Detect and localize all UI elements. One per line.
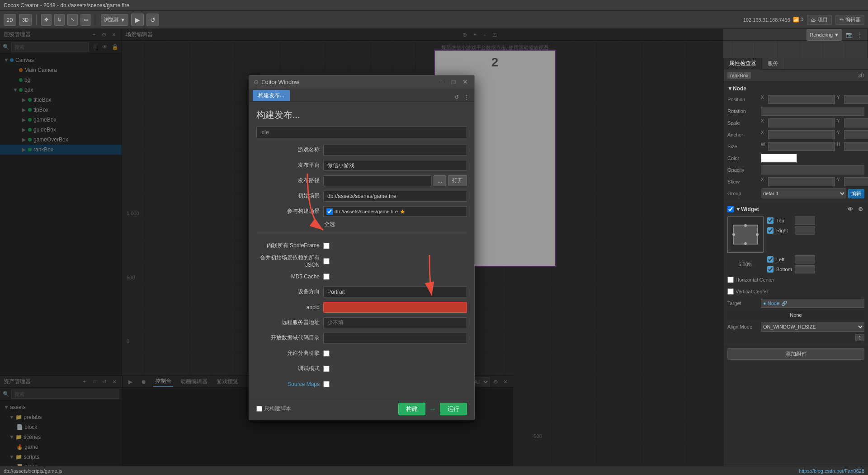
scene-camera-btn[interactable]: 📷 <box>845 31 853 39</box>
opacity-input[interactable]: 255 <box>761 165 864 174</box>
status-right[interactable]: https://blog.csdn.net/Fan0628 <box>799 468 864 474</box>
form-buildpath-input[interactable]: /build <box>323 175 432 186</box>
form-md5-row: MD5 Cache <box>256 270 467 283</box>
add-component-btn[interactable]: 添加组件 <box>727 348 864 360</box>
modal-tab-build[interactable]: 构建发布... <box>253 90 290 101</box>
position-label: Position <box>727 97 759 102</box>
editor-btn[interactable]: ✏ 编辑器 <box>835 15 864 25</box>
horiz-center-checkbox[interactable] <box>727 277 734 283</box>
modal-minimize-btn[interactable]: − <box>437 77 446 86</box>
pos-y-input[interactable]: 0 <box>844 95 868 104</box>
form-startscene-select[interactable]: db://assets/scenes/game.fire <box>323 191 467 202</box>
widget-handle-top[interactable] <box>744 224 747 227</box>
toolbar-move-btn[interactable]: ✥ <box>41 14 52 26</box>
scene-star-btn[interactable]: ★ <box>400 208 406 215</box>
status-bar: db://assets/scripts/game.js https://blog… <box>0 466 868 475</box>
anch-x-label: X <box>761 130 766 139</box>
widget-section-header[interactable]: ▼ Widget 👁 ⚙ <box>727 204 864 215</box>
form-orientation-row: 设备方向 Portrait <box>256 286 467 298</box>
form-sourcemaps-label[interactable]: Source Maps <box>256 381 320 387</box>
form-sourcemaps-checkbox[interactable] <box>323 381 330 387</box>
form-gamename-input[interactable]: 2048 <box>323 145 467 155</box>
widget-left-checkbox[interactable] <box>767 256 774 263</box>
tab-properties[interactable]: 属性检查器 <box>724 58 762 70</box>
widget-right-input[interactable]: 5.00% <box>795 226 815 235</box>
toolbar-rect-btn[interactable]: ▭ <box>80 14 91 26</box>
rankbox-id: 3D <box>858 73 864 78</box>
skew-y-input[interactable]: 0 <box>844 177 868 186</box>
size-w-input[interactable]: 598.16 <box>768 142 835 151</box>
widget-right-row: Right 5.00% <box>767 226 864 235</box>
modal-close-btn[interactable]: ✕ <box>461 77 470 86</box>
toolbar-refresh-btn[interactable]: ↺ <box>146 14 159 26</box>
toolbar-browser-btn[interactable]: 浏览器 ▼ <box>101 14 128 26</box>
form-remote-input[interactable] <box>323 317 467 328</box>
skew-x-input[interactable]: 0 <box>768 177 835 186</box>
toolbar-rotate-btn[interactable]: ↻ <box>54 14 65 26</box>
form-md5-checkbox[interactable] <box>323 273 330 280</box>
form-open-btn[interactable]: 打开 <box>448 175 467 186</box>
form-browse-btn[interactable]: ... <box>434 175 446 186</box>
toolbar-btn-2d[interactable]: 3D <box>19 14 32 26</box>
widget-left-input[interactable]: 5.00% <box>795 255 815 263</box>
tab-service[interactable]: 服务 <box>762 58 784 70</box>
color-swatch[interactable] <box>761 154 797 163</box>
widget-bottom-input[interactable]: 5.00% <box>795 265 815 273</box>
form-startscene-row: 初始场景 db://assets/scenes/game.fire <box>256 190 467 202</box>
widget-top-input[interactable]: 5.00% <box>795 216 815 225</box>
skew-x-label: X <box>761 177 766 186</box>
scale-y-input[interactable]: 1 <box>844 118 868 127</box>
rotation-row: Rotation 0 <box>727 106 864 117</box>
scene-game-checkbox[interactable] <box>326 208 333 215</box>
toolbar-play-btn[interactable]: ▶ <box>131 14 144 26</box>
modal-maximize-btn[interactable]: □ <box>449 77 458 86</box>
form-appid-input[interactable] <box>323 302 467 313</box>
form-debug-checkbox[interactable] <box>323 366 330 372</box>
align-mode-select[interactable]: ON_WINDOW_RESIZE <box>761 322 864 332</box>
form-mergejson-checkbox[interactable] <box>323 258 330 264</box>
widget-grid <box>727 216 764 253</box>
form-spriteframe-checkbox[interactable] <box>323 243 330 249</box>
group-select[interactable]: default <box>761 188 846 198</box>
widget-handle-bottom[interactable] <box>744 242 747 245</box>
form-platform-row: 发布平台 微信小游戏 <box>256 159 467 172</box>
pos-x-input[interactable]: 0 <box>768 95 835 104</box>
form-orientation-select[interactable]: Portrait <box>323 287 467 297</box>
toolbar-btn-3d[interactable]: 2D <box>4 14 16 26</box>
anchor-y-input[interactable]: 0.5 <box>844 130 868 139</box>
form-separate-checkbox[interactable] <box>323 350 330 357</box>
vert-center-checkbox[interactable] <box>727 288 734 295</box>
widget-handle-right[interactable] <box>756 233 759 236</box>
modal-tab-refresh[interactable]: ↺ <box>453 93 461 101</box>
widget-eye-btn[interactable]: 👁 <box>846 205 854 213</box>
project-btn[interactable]: 🗁 项目 <box>807 15 832 25</box>
rotation-input[interactable]: 0 <box>761 107 864 116</box>
widget-left-bottom-row: 5.00% Left 5.00% Bottom 5.00% <box>727 254 864 274</box>
run-btn[interactable]: 运行 <box>440 403 467 415</box>
toolbar-scale-btn[interactable]: ⤡ <box>67 14 78 26</box>
form-spriteframe-row: 内联所有 SpriteFrame <box>256 240 467 252</box>
group-edit-btn[interactable]: 编辑 <box>848 189 864 198</box>
size-h-label: H <box>837 142 842 151</box>
build-btn[interactable]: 构建 <box>398 403 425 415</box>
form-platform-select[interactable]: 微信小游戏 <box>323 160 467 171</box>
select-all-row[interactable]: 全选 <box>324 221 467 228</box>
node-section-header[interactable]: ▼ Node <box>727 83 864 94</box>
scale-x-input[interactable]: 1 <box>768 118 835 127</box>
widget-top-checkbox[interactable] <box>767 217 774 224</box>
widget-gear-btn[interactable]: ⚙ <box>856 205 864 213</box>
widget-enable-checkbox[interactable] <box>727 206 734 212</box>
form-gamename-row: 游戏名称 2048 <box>256 144 467 156</box>
only-script-checkbox[interactable] <box>256 406 262 412</box>
anchor-x-input[interactable]: 0.5 <box>768 130 835 139</box>
widget-handle-left[interactable] <box>732 233 735 236</box>
widget-right-checkbox[interactable] <box>767 227 774 234</box>
rendering-btn[interactable]: Rendering ▼ <box>807 29 842 41</box>
scene-more-btn[interactable]: ⋮ <box>856 31 864 39</box>
widget-bottom-checkbox[interactable] <box>767 266 774 273</box>
form-opendata-input[interactable]: openData <box>323 333 467 343</box>
modal-tab-more[interactable]: ⋮ <box>462 93 471 101</box>
form-platform-wrapper: 微信小游戏 <box>323 160 467 171</box>
target-none: None <box>727 310 864 320</box>
size-h-input[interactable]: 1059.84 <box>844 142 868 151</box>
